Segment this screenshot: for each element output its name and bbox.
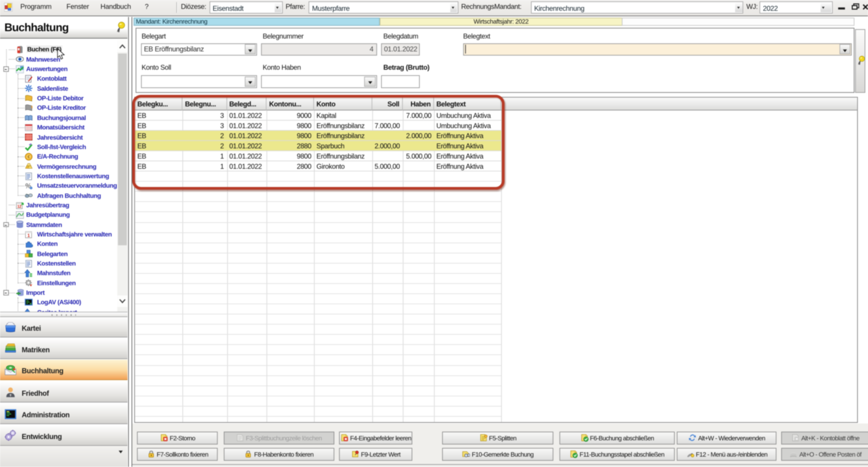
svg-text:1: 1	[28, 233, 30, 238]
svg-text:12: 12	[17, 204, 21, 208]
svg-text:€: €	[28, 154, 30, 159]
